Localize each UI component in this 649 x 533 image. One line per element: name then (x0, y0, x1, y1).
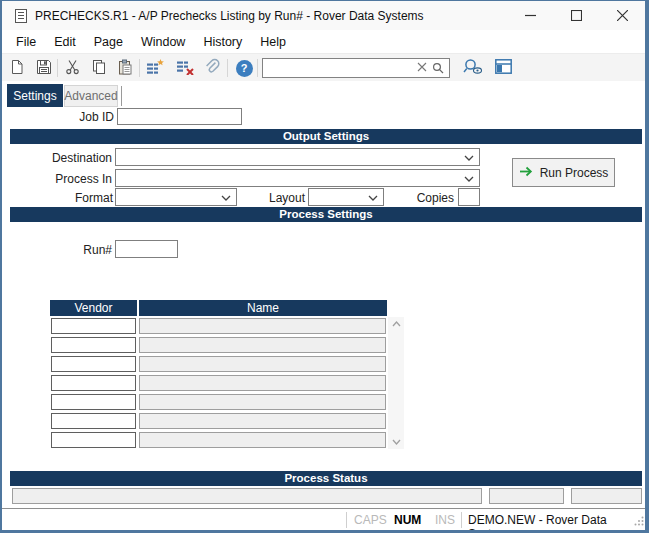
process-status-field-2 (489, 488, 564, 504)
menu-file[interactable]: File (7, 35, 45, 49)
chevron-down-icon (464, 176, 474, 182)
paperclip-icon (203, 58, 220, 78)
toolbar-separator (139, 59, 140, 77)
minimize-button[interactable] (507, 1, 553, 30)
scissors-icon (65, 59, 81, 78)
search-input[interactable] (266, 60, 424, 76)
paste-button[interactable] (114, 58, 136, 78)
tab-settings[interactable]: Settings (7, 84, 63, 107)
name-field-row-2 (139, 337, 386, 353)
name-field-row-5 (139, 394, 386, 410)
toolbar-separator (227, 59, 228, 77)
menu-window[interactable]: Window (132, 35, 194, 49)
toolbar-search (262, 58, 450, 78)
destination-label: Destination (2, 151, 112, 165)
chevron-down-icon (464, 155, 474, 161)
job-id-input[interactable] (117, 108, 242, 125)
job-id-label: Job ID (4, 110, 114, 124)
search-icon[interactable] (432, 62, 444, 74)
process-settings-header: Process Settings (10, 207, 642, 222)
save-button[interactable] (33, 58, 55, 78)
tab-divider (121, 86, 122, 106)
lookup-eye-icon (463, 58, 483, 78)
name-field-row-3 (139, 356, 386, 372)
green-arrow-icon (519, 166, 533, 180)
vendor-input-row-5[interactable] (51, 394, 136, 410)
copy-icon (91, 59, 107, 78)
statusbar: CAPS NUM INS DEMO.NEW - Rover Data Syste… (2, 508, 645, 530)
clear-search-icon[interactable] (417, 62, 427, 72)
titlebar[interactable]: PRECHECKS.R1 - A/P Prechecks Listing by … (2, 1, 645, 30)
name-field-row-6 (139, 413, 386, 429)
destination-select[interactable] (115, 148, 480, 166)
paste-clipboard-icon (117, 59, 133, 78)
run-process-button[interactable]: Run Process (512, 158, 615, 187)
menu-edit[interactable]: Edit (45, 35, 85, 49)
process-in-label: Process In (2, 172, 112, 186)
table-scrollbar[interactable] (388, 317, 404, 449)
new-button[interactable] (6, 58, 28, 78)
toolbar: ? (2, 53, 645, 81)
resize-grip[interactable] (634, 515, 644, 529)
add-record-icon (146, 59, 164, 78)
lookup-button[interactable] (462, 58, 484, 78)
delete-record-button[interactable] (174, 58, 196, 78)
chevron-down-icon (392, 439, 401, 445)
caps-indicator: CAPS (354, 513, 387, 527)
process-status-header: Process Status (10, 471, 642, 486)
app-window: PRECHECKS.R1 - A/P Prechecks Listing by … (0, 0, 649, 533)
vendor-input-row-2[interactable] (51, 337, 136, 353)
vendor-column-header: Vendor (50, 300, 137, 316)
scroll-down-button[interactable] (388, 435, 404, 449)
help-button[interactable]: ? (233, 58, 255, 78)
close-button[interactable] (599, 1, 645, 30)
vendor-input-row-6[interactable] (51, 413, 136, 429)
window-controls (507, 1, 645, 30)
copies-label: Copies (344, 191, 454, 205)
copies-input[interactable] (458, 188, 480, 206)
vendor-input-row-4[interactable] (51, 375, 136, 391)
app-icon (14, 9, 28, 23)
vendor-input-row-7[interactable] (51, 432, 136, 448)
window-title: PRECHECKS.R1 - A/P Prechecks Listing by … (35, 9, 424, 23)
ins-indicator: INS (435, 513, 455, 527)
menu-page[interactable]: Page (85, 35, 132, 49)
vendor-input-row-3[interactable] (51, 356, 136, 372)
name-field-row-4 (139, 375, 386, 391)
menubar: File Edit Page Window History Help (2, 30, 645, 53)
statusbar-context: DEMO.NEW - Rover Data Systems (468, 513, 645, 533)
add-record-button[interactable] (144, 58, 166, 78)
tab-advanced[interactable]: Advanced (64, 85, 118, 107)
process-status-field-1 (12, 488, 482, 504)
toolbar-separator (257, 59, 258, 77)
toolbar-separator (57, 59, 58, 77)
help-icon: ? (236, 60, 253, 77)
statusbar-separator (461, 512, 462, 528)
copy-button[interactable] (88, 58, 110, 78)
vendor-input-row-1[interactable] (51, 318, 136, 334)
scroll-up-button[interactable] (388, 317, 404, 331)
attachment-button[interactable] (200, 58, 222, 78)
name-field-row-1 (139, 318, 386, 334)
chevron-up-icon (392, 321, 401, 327)
new-document-icon (9, 59, 25, 78)
cut-button[interactable] (62, 58, 84, 78)
process-in-select[interactable] (115, 169, 480, 187)
output-settings-header: Output Settings (10, 129, 642, 144)
process-status-field-3 (571, 488, 642, 504)
num-indicator: NUM (394, 513, 421, 527)
statusbar-separator (346, 512, 347, 528)
run-number-input[interactable] (115, 240, 178, 258)
layout-label: Layout (195, 191, 305, 205)
name-column-header: Name (139, 300, 387, 316)
panel-layout-button[interactable] (492, 58, 514, 78)
run-number-label: Run# (2, 243, 112, 257)
maximize-button[interactable] (553, 1, 599, 30)
format-label: Format (3, 191, 113, 205)
panel-layout-icon (495, 59, 512, 77)
delete-record-icon (176, 59, 194, 78)
run-process-label: Run Process (540, 166, 609, 180)
menu-history[interactable]: History (194, 35, 251, 49)
save-icon (36, 59, 52, 78)
menu-help[interactable]: Help (251, 35, 295, 49)
